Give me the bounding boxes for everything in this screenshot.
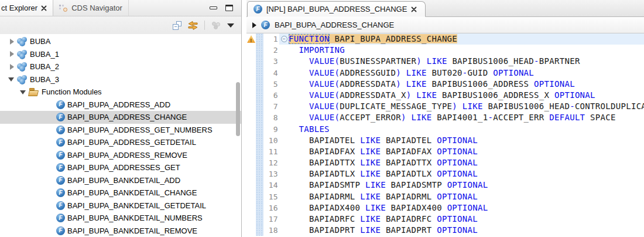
code-text[interactable]: BAPIADTTX LIKE BAPIADTTX OPTIONAL [289,157,644,168]
code-line[interactable]: 2 IMPORTING [246,45,644,56]
code-line[interactable]: 4 VALUE(ADDRESSGUID) LIKE BUT020-GUID OP… [246,67,644,79]
line-number: 18 [263,225,279,236]
code-text[interactable]: FUNCTION BAPI_BUPA_ADDRESS_CHANGE [289,33,644,45]
view-toolbar: − [0,16,241,34]
code-text[interactable]: BAPIADX400 LIKE BAPIADX400 OPTIONAL [289,202,644,214]
function-module-icon: F [56,226,65,235]
code-line[interactable]: 12 BAPIADTTX LIKE BAPIADTTX OPTIONAL [246,157,644,168]
expand-arrow-icon[interactable] [8,50,15,57]
code-line[interactable]: 18 BAPIADPRT LIKE BAPIADPRT OPTIONAL [246,225,644,236]
view-tab-bar: ct Explorer CDS Navigator [0,0,241,16]
code-line[interactable]: 6 VALUE(ADDRESSDATA_X) LIKE BAPIBUS1006_… [246,90,644,101]
code-line[interactable]: !1−FUNCTION BAPI_BUPA_ADDRESS_CHANGE [246,33,644,45]
tree-item-bapi-bupa-address-add[interactable]: FBAPI_BUPA_ADDRESS_ADD [0,99,241,111]
panel-sash[interactable] [242,0,246,237]
gutter-stripe [256,67,263,79]
tree-item-function modules[interactable]: Function Modules [0,86,241,99]
annotation-ruler [246,56,256,67]
code-line[interactable]: 9 TABLES [246,124,644,135]
tree-item-label: BAPI_BUPA_BANKDETAIL_CHANGE [67,188,197,197]
function-module-icon: F [56,201,65,210]
gutter-stripe [256,124,263,135]
code-text[interactable]: TABLES [289,124,644,135]
tree-item-label: BAPI_BUPA_ADDRESS_GET_NUMBERS [67,126,213,134]
fold-column [279,180,289,191]
code-line[interactable]: 14 BAPIADSMTP LIKE BAPIADSMTP OPTIONAL [246,180,644,191]
tree-item-label: BUBA_1 [30,50,59,59]
minimize-icon[interactable] [210,6,217,9]
code-text[interactable]: VALUE(ADDRESSDATA) LIKE BAPIBUS1006_ADDR… [289,79,644,90]
gutter-stripe [256,56,263,67]
tree-item-label: BAPI_BUPA_BANKDETAIL_NUMBERS [67,214,203,222]
function-module-icon: F [56,176,65,185]
code-line[interactable]: 11 BAPIADFAX LIKE BAPIADFAX OPTIONAL [246,146,644,157]
close-icon[interactable] [411,6,417,12]
line-number: 6 [263,90,279,101]
code-line[interactable]: 10 BAPIADTEL LIKE BAPIADTEL OPTIONAL [246,135,644,146]
tree-scrollbar-thumb[interactable] [236,82,240,136]
gutter-stripe [256,135,263,146]
tree-item-bapi-bupa-bankdetail-remove[interactable]: FBAPI_BUPA_BANKDETAIL_REMOVE [0,225,241,237]
tree-item-bapi-bupa-address-getdetail[interactable]: FBAPI_BUPA_ADDRESS_GETDETAIL [0,136,241,149]
code-text[interactable]: VALUE(ADDRESSGUID) LIKE BUT020-GUID OPTI… [289,67,644,79]
tree-item-buba-1[interactable]: BUBA_1 [0,48,241,61]
fold-column [279,56,289,67]
tab-editor-bapi-bupa-address-change[interactable]: F [NPL] BAPI_BUPA_ADDRESS_CHANGE [247,1,426,17]
code-text[interactable]: BAPIADTEL LIKE BAPIADTEL OPTIONAL [289,135,644,146]
tree-item-label: BAPI_BUPA_ADDRESSES_GET [67,163,180,172]
code-line[interactable]: 7 VALUE(DUPLICATE_MESSAGE_TYPE) LIKE BAP… [246,101,644,112]
tree-item-bapi-bupa-bankdetail-change[interactable]: FBAPI_BUPA_BANKDETAIL_CHANGE [0,187,241,199]
code-text[interactable]: BAPIADRML LIKE BAPIADRML OPTIONAL [289,191,644,202]
code-line[interactable]: 8 VALUE(ACCEPT_ERROR) LIKE BAPI4001_1-AC… [246,112,644,123]
tree-item-buba-3[interactable]: BUBA_3 [0,73,241,86]
line-number: 13 [263,168,279,180]
view-menu-icon[interactable] [227,23,234,28]
tree-item-buba[interactable]: BUBA [0,35,241,48]
maximize-icon[interactable] [225,5,233,11]
fold-column [279,124,289,135]
code-text[interactable]: IMPORTING [289,45,644,56]
source-code-editor[interactable]: !1−FUNCTION BAPI_BUPA_ADDRESS_CHANGE2 IM… [246,33,644,237]
gutter-stripe [256,79,263,90]
fold-collapse-icon[interactable]: − [281,36,287,42]
code-line[interactable]: 3 VALUE(BUSINESSPARTNER) LIKE BAPIBUS100… [246,56,644,67]
function-module-icon: F [56,126,65,134]
breadcrumb-expand-icon[interactable] [252,22,256,28]
code-line[interactable]: 13 BAPIADTLX LIKE BAPIADTLX OPTIONAL [246,168,644,180]
code-line[interactable]: 17 BAPIADRFC LIKE BAPIADRFC OPTIONAL [246,214,644,225]
code-text[interactable]: VALUE(ADDRESSDATA_X) LIKE BAPIBUS1006_AD… [289,90,644,101]
line-number: 4 [263,67,279,79]
tab-project-explorer[interactable]: ct Explorer [0,0,53,16]
link-with-editor-icon[interactable] [188,21,198,30]
code-text[interactable]: VALUE(DUPLICATE_MESSAGE_TYPE) LIKE BAPIB… [289,101,644,112]
collapse-arrow-icon[interactable] [8,76,15,83]
package-icon [17,75,28,84]
tree-item-bapi-bupa-addresses-get[interactable]: FBAPI_BUPA_ADDRESSES_GET [0,161,241,174]
tree-item-bapi-bupa-bankdetail-getdetail[interactable]: FBAPI_BUPA_BANKDETAIL_GETDETAIL [0,199,241,212]
code-text[interactable]: BAPIADTLX LIKE BAPIADTLX OPTIONAL [289,168,644,180]
collapse-all-icon[interactable]: − [173,21,181,30]
code-text[interactable]: VALUE(ACCEPT_ERROR) LIKE BAPI4001_1-ACCE… [289,112,644,123]
expand-arrow-icon[interactable] [8,63,15,70]
code-line[interactable]: 5 VALUE(ADDRESSDATA) LIKE BAPIBUS1006_AD… [246,79,644,90]
code-text[interactable]: BAPIADPRT LIKE BAPIADPRT OPTIONAL [289,225,644,236]
tree-item-bapi-bupa-address-remove[interactable]: FBAPI_BUPA_ADDRESS_REMOVE [0,149,241,162]
tree-item-bapi-bupa-bankdetail-numbers[interactable]: FBAPI_BUPA_BANKDETAIL_NUMBERS [0,212,241,225]
code-text[interactable]: BAPIADFAX LIKE BAPIADFAX OPTIONAL [289,146,644,157]
tree-item-bapi-bupa-address-get-numbers[interactable]: FBAPI_BUPA_ADDRESS_GET_NUMBERS [0,124,241,137]
tree-item-bapi-bupa-bankdetail-add[interactable]: FBAPI_BUPA_BANKDETAIL_ADD [0,174,241,187]
expand-arrow-icon[interactable] [8,38,15,45]
code-line[interactable]: 15 BAPIADRML LIKE BAPIADRML OPTIONAL [246,191,644,202]
tree-item-buba-2[interactable]: BUBA_2 [0,60,241,73]
annotation-ruler [246,191,256,202]
warning-icon[interactable]: ! [247,35,255,43]
collapse-arrow-icon[interactable] [20,89,27,96]
code-text[interactable]: BAPIADRFC LIKE BAPIADRFC OPTIONAL [289,214,644,225]
tab-cds-navigator[interactable]: CDS Navigator [53,0,129,16]
code-line[interactable]: 16 BAPIADX400 LIKE BAPIADX400 OPTIONAL [246,202,644,214]
tree-item-bapi-bupa-address-change[interactable]: FBAPI_BUPA_ADDRESS_CHANGE [0,111,241,124]
code-text[interactable]: BAPIADSMTP LIKE BAPIADSMTP OPTIONAL [289,180,644,191]
close-icon[interactable] [41,5,47,11]
tree-item-label: BUBA_2 [30,62,59,71]
code-text[interactable]: VALUE(BUSINESSPARTNER) LIKE BAPIBUS1006_… [289,56,644,67]
